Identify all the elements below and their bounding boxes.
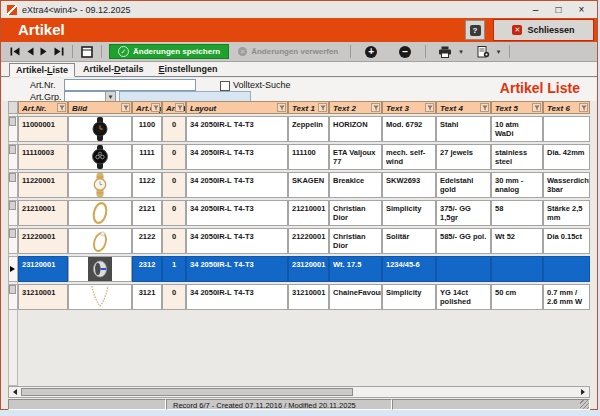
cell-text6[interactable]: Stärke 2,5 mm [543,200,590,226]
cell-anz-e[interactable]: 0 [162,228,186,254]
filter-funnel-icon[interactable] [425,103,434,112]
cell-art-nr[interactable]: 23120001 [18,256,68,282]
cell-bild[interactable] [68,228,132,254]
tab-artikel-liste[interactable]: Artikel-Liste [9,63,75,77]
record-selector-cell[interactable] [8,116,18,142]
cell-art-grp[interactable]: 3121 [132,284,162,310]
cell-text1[interactable]: 23120001 [288,256,329,282]
cell-art-nr[interactable]: 21210001 [18,200,68,226]
column-header-text-2[interactable]: Text 2 [329,101,382,114]
cell-text5[interactable] [491,256,543,282]
filter-funnel-icon[interactable] [175,103,184,112]
cell-text4[interactable]: Stahl [436,116,491,142]
artnr-input[interactable] [64,79,196,91]
cell-text2[interactable]: ChaineFavour [329,284,382,310]
cell-text3[interactable]: SKW2693 [382,172,436,198]
cell-bild[interactable] [68,144,132,170]
table-row[interactable]: 111100031111034 2050IR-L T4-T3111100ETA … [8,144,590,170]
record-selector-cell[interactable] [8,228,18,254]
cell-text1[interactable]: SKAGEN [288,172,329,198]
cell-anz-e[interactable]: 0 [162,284,186,310]
table-row[interactable]: 312100013121034 2050IR-L T4-T331210001Ch… [8,284,590,310]
table-row[interactable]: 212100012121034 2050IR-L T4-T321210001Ch… [8,200,590,226]
filter-funnel-icon[interactable] [371,103,380,112]
filter-funnel-icon[interactable] [318,103,327,112]
table-row[interactable]: 112200011122034 2050IR-L T4-T3SKAGENBrea… [8,172,590,198]
cell-text3[interactable]: Mod. 6792 [382,116,436,142]
delete-record-button[interactable]: − [396,44,414,60]
column-header-layout[interactable]: Layout [186,101,288,114]
cell-text1[interactable]: 21220001 [288,228,329,254]
filter-funnel-icon[interactable] [151,103,160,112]
cell-text6[interactable]: 0.7 mm / 2.6 mm W [543,284,590,310]
cell-layout[interactable]: 34 2050IR-L T4-T3 [186,284,288,310]
cell-art-grp[interactable]: 1122 [132,172,162,198]
resize-grip-icon[interactable] [580,400,589,409]
nav-last-button[interactable] [51,44,67,60]
scroll-left-icon[interactable] [10,388,20,396]
cell-anz-e[interactable]: 0 [162,144,186,170]
cell-anz-e[interactable]: 0 [162,116,186,142]
scroll-right-icon[interactable] [578,388,588,396]
cell-art-grp[interactable]: 1111 [132,144,162,170]
cell-anz-e[interactable]: 0 [162,200,186,226]
print-button[interactable] [435,44,455,60]
cell-text3[interactable]: Simplicity [382,284,436,310]
cell-text4[interactable]: 375/- GG 1,5gr [436,200,491,226]
cell-text1[interactable]: Zeppelin [288,116,329,142]
filter-funnel-icon[interactable] [57,103,66,112]
cell-text1[interactable]: 111100 [288,144,329,170]
filter-funnel-icon[interactable] [480,103,489,112]
grid-view-button[interactable] [78,44,96,60]
table-row[interactable]: 212200012122034 2050IR-L T4-T321220001Ch… [8,228,590,254]
column-header-bild[interactable]: Bild [68,101,132,114]
report-options-chevron-icon[interactable]: ▾ [493,48,505,56]
nav-first-button[interactable] [7,44,23,60]
cell-art-nr[interactable]: 21220001 [18,228,68,254]
column-header-text-6[interactable]: Text 6 [543,101,590,114]
cell-text2[interactable]: Wt. 17.5 [329,256,382,282]
report-button[interactable] [473,44,493,60]
nav-prev-button[interactable] [23,44,37,60]
volltext-checkbox[interactable] [220,81,230,91]
cell-text5[interactable]: stainless steel [491,144,543,170]
cell-art-grp[interactable]: 2121 [132,200,162,226]
column-header-anz-e[interactable]: Anz.E [162,101,186,114]
column-header-art-nr[interactable]: Art.Nr. [18,101,68,114]
minimize-icon[interactable]: – [530,2,541,17]
column-header-text-4[interactable]: Text 4 [436,101,491,114]
cell-art-nr[interactable]: 11110003 [18,144,68,170]
record-selector-cell[interactable] [8,200,18,226]
cell-text5[interactable]: 30 mm - analog [491,172,543,198]
cell-text6[interactable]: Dia 0.15ct [543,228,590,254]
add-record-button[interactable]: + [362,44,380,60]
cell-text2[interactable]: Christian Dior [329,228,382,254]
cell-text3[interactable]: Solitär [382,228,436,254]
cell-bild[interactable] [68,200,132,226]
cell-layout[interactable]: 34 2050IR-L T4-T3 [186,256,288,282]
discard-changes-button[interactable]: ✕ Änderungen verwerfen [231,47,345,56]
cell-text3[interactable]: Simplicity [382,200,436,226]
cell-text4[interactable]: 27 jewels [436,144,491,170]
help-button[interactable]: ? [465,20,485,40]
table-row[interactable]: 231200012312134 2050IR-L T4-T323120001Wt… [8,256,590,282]
cell-art-grp[interactable]: 2312 [132,256,162,282]
maximize-icon[interactable]: □ [553,2,564,17]
filter-funnel-icon[interactable] [277,103,286,112]
record-selector-cell[interactable] [8,284,18,310]
cell-text4[interactable]: YG 14ct polished [436,284,491,310]
cell-text2[interactable]: HORIZON [329,116,382,142]
close-icon[interactable]: × [576,2,587,17]
cell-layout[interactable]: 34 2050IR-L T4-T3 [186,144,288,170]
cell-text6[interactable] [543,256,590,282]
cell-bild[interactable] [68,256,132,282]
cell-art-grp[interactable]: 2122 [132,228,162,254]
cell-text5[interactable]: 58 [491,200,543,226]
cell-text6[interactable]: Wasserdicht 3bar [543,172,590,198]
cell-text1[interactable]: 21210001 [288,200,329,226]
record-selector-cell[interactable] [8,256,18,282]
record-selector-cell[interactable] [8,172,18,198]
column-header-art-grp[interactable]: Art.Grp [132,101,162,114]
cell-bild[interactable] [68,284,132,310]
nav-next-button[interactable] [37,44,51,60]
